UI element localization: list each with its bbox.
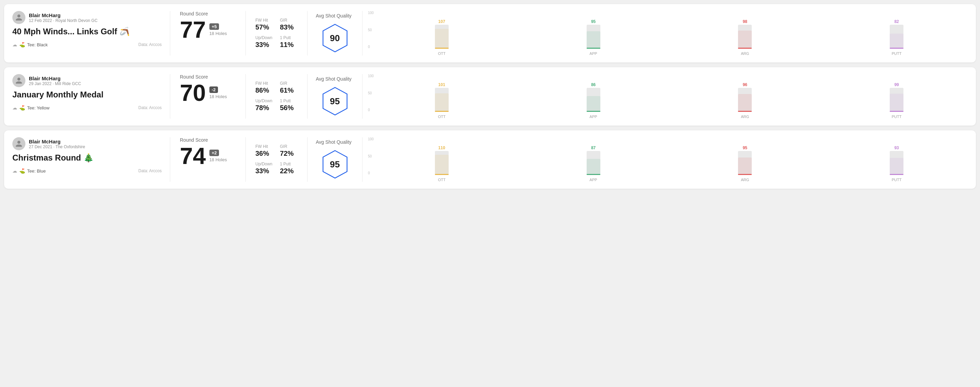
score-details: +5 18 Holes [209, 23, 227, 36]
stat-label: Up/Down [255, 98, 273, 103]
bar-line [890, 174, 904, 175]
bar-group-ott: 110 OTT [371, 146, 513, 182]
round-title: 40 Mph Winds... Links Golf 🪃 [12, 27, 162, 36]
bar-group-putt: 93 PUTT [826, 146, 968, 182]
bar-wrapper: 110 [371, 146, 513, 175]
bar-axis-label: PUTT [892, 51, 902, 56]
stats-section: FW Hit 57% GIR 83% Up/Down 33% 1 Putt 11… [246, 11, 307, 56]
avg-shot-quality-label: Avg Shot Quality [316, 76, 352, 82]
bar-axis-label: APP [590, 178, 597, 182]
bar-wrapper: 87 [522, 146, 665, 175]
bottom-row: ☁ ⛳ Tee: Blue Data: Arccos [12, 168, 162, 174]
bar-group-arg: 98 ARG [674, 19, 816, 56]
bar-line [587, 111, 600, 112]
bar-value: 99 [894, 82, 899, 87]
bar-value: 82 [894, 19, 899, 24]
bar-line [890, 111, 904, 112]
user-name: Blair McHarg [29, 139, 85, 144]
bar-wrapper: 107 [371, 19, 513, 49]
hex-score: 95 [330, 96, 340, 107]
score-row: 77 +5 18 Holes [180, 18, 236, 41]
score-badge: -2 [209, 86, 218, 93]
bar-chart: 100 50 0 107 OTT 95 APP [371, 11, 968, 56]
bar-axis-label: PUTT [892, 178, 902, 182]
bar-axis-label: APP [590, 114, 597, 119]
bar-wrapper: 101 [371, 82, 513, 112]
round-title: Christmas Round 🎄 [12, 153, 162, 163]
user-icon [15, 14, 23, 21]
stat-value: 56% [280, 104, 298, 112]
stat-value: 83% [280, 23, 298, 31]
bar-value: 107 [438, 19, 445, 24]
bar-bg [587, 25, 600, 49]
bar-wrapper: 99 [826, 82, 968, 112]
holes-label: 18 Holes [209, 94, 227, 99]
stat-value: 86% [255, 86, 273, 94]
bar-line [435, 174, 449, 175]
score-section: Round Score 70 -2 18 Holes [170, 74, 246, 119]
bar-value: 95 [591, 19, 595, 24]
round-score-label: Round Score [180, 74, 236, 79]
hexagon-container: 95 [320, 149, 350, 180]
stat-value: 33% [255, 41, 273, 49]
stat-item-1-putt: 1 Putt 11% [280, 35, 298, 49]
round-score-label: Round Score [180, 11, 236, 16]
hexagon-container: 95 [320, 86, 350, 117]
bar-line [587, 48, 600, 49]
stat-label: Up/Down [255, 35, 273, 40]
bar-fill [738, 157, 752, 175]
bar-value: 98 [743, 19, 747, 24]
bar-bg [435, 151, 449, 175]
stats-grid: FW Hit 57% GIR 83% Up/Down 33% 1 Putt 11… [255, 18, 298, 49]
bar-fill [435, 93, 449, 112]
holes-label: 18 Holes [209, 157, 227, 162]
round-score-label: Round Score [180, 137, 236, 143]
stat-label: FW Hit [255, 81, 273, 86]
bar-bg [587, 151, 600, 175]
stat-value: 36% [255, 149, 273, 157]
bar-group-app: 95 APP [522, 19, 665, 56]
bar-value: 87 [591, 146, 595, 150]
avatar [12, 11, 25, 24]
bar-bg [435, 88, 449, 112]
data-source: Data: Arccos [138, 105, 162, 110]
hexagon-container: 90 [320, 23, 350, 54]
left-section: Blair McHarg 27 Dec 2021 · The Oxfordshi… [12, 137, 170, 182]
stat-label: GIR [280, 144, 298, 149]
score-details: +2 18 Holes [209, 149, 227, 162]
bag-icon: ⛳ [19, 168, 25, 174]
bar-value: 101 [438, 82, 445, 87]
score-badge: +5 [209, 23, 220, 30]
bottom-row: ☁ ⛳ Tee: Black Data: Arccos [12, 42, 162, 48]
bar-fill [890, 33, 904, 49]
stat-label: FW Hit [255, 18, 273, 23]
bar-bg [738, 151, 752, 175]
user-icon [15, 140, 23, 148]
bar-line [890, 48, 904, 49]
bar-axis-label: OTT [438, 51, 445, 56]
stat-item-gir: GIR 72% [280, 144, 298, 157]
user-info: Blair McHarg 27 Dec 2021 · The Oxfordshi… [29, 139, 85, 149]
bar-group-putt: 82 PUTT [826, 19, 968, 56]
bar-fill [435, 155, 449, 175]
weather-icon: ☁ [12, 168, 17, 174]
bar-axis-label: ARG [741, 178, 749, 182]
bar-wrapper: 82 [826, 19, 968, 49]
stat-label: Up/Down [255, 162, 273, 167]
stat-value: 11% [280, 41, 298, 49]
score-details: -2 18 Holes [209, 86, 227, 99]
bar-fill [890, 94, 904, 112]
stat-value: 33% [255, 167, 273, 175]
bar-line [738, 111, 752, 112]
chart-section: 100 50 0 107 OTT 95 APP [363, 11, 968, 56]
stat-value: 78% [255, 104, 273, 112]
tee-label: Tee: Black [27, 42, 48, 48]
user-row: Blair McHarg 29 Jan 2022 · Mill Ride GCC [12, 74, 162, 87]
score-row: 70 -2 18 Holes [180, 81, 236, 104]
data-source: Data: Arccos [138, 168, 162, 173]
bar-group-ott: 101 OTT [371, 82, 513, 119]
avatar [12, 137, 25, 150]
bar-wrapper: 93 [826, 146, 968, 175]
quality-section: Avg Shot Quality 95 [307, 74, 363, 119]
bar-value: 86 [591, 82, 595, 87]
